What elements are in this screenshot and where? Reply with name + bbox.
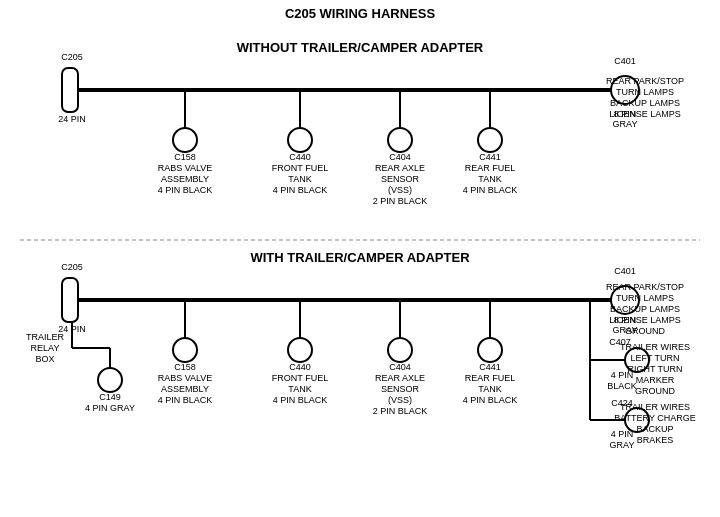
s2-c149-pin: 4 PIN GRAY	[85, 403, 135, 413]
s2-left-id: C205	[61, 262, 83, 272]
s1-c441-d2: TANK	[478, 174, 501, 184]
s2-right-color: GRAY	[613, 325, 638, 335]
s1-c440-d3: 4 PIN BLACK	[273, 185, 328, 195]
s2-c404-d4: 2 PIN BLACK	[373, 406, 428, 416]
s2-c440-d3: 4 PIN BLACK	[273, 395, 328, 405]
s2-right-pin: 8 PIN	[614, 315, 637, 325]
s1-right-pin: 8 PIN	[614, 109, 637, 119]
s2-c149-id: C149	[99, 392, 121, 402]
s1-c440-d2: TANK	[288, 174, 311, 184]
s2-relay-label1: TRAILER	[26, 332, 65, 342]
svg-rect-13	[62, 278, 78, 322]
s1-c404-d4: 2 PIN BLACK	[373, 196, 428, 206]
s2-c158-d3: 4 PIN BLACK	[158, 395, 213, 405]
s2-c441-d3: 4 PIN BLACK	[463, 395, 518, 405]
s2-right-desc1: REAR PARK/STOP	[606, 282, 684, 292]
s1-c441-id: C441	[479, 152, 501, 162]
s1-c404-d2: SENSOR	[381, 174, 420, 184]
s2-c158-d2: ASSEMBLY	[161, 384, 209, 394]
s2-c158-d1: RABS VALVE	[158, 373, 213, 383]
svg-point-6	[288, 128, 312, 152]
s2-c407-d1: TRAILER WIRES	[620, 342, 690, 352]
section1-label: WITHOUT TRAILER/CAMPER ADAPTER	[237, 40, 484, 55]
page-title: C205 WIRING HARNESS	[285, 6, 436, 21]
s2-c441-d2: TANK	[478, 384, 501, 394]
s1-c441-d3: 4 PIN BLACK	[463, 185, 518, 195]
diagram-container: C205 WIRING HARNESS WITHOUT TRAILER/CAMP…	[0, 0, 720, 517]
s2-c440-d2: TANK	[288, 384, 311, 394]
s2-c407-pin2: BLACK	[607, 381, 637, 391]
svg-point-10	[478, 128, 502, 152]
s1-right-desc1: REAR PARK/STOP	[606, 76, 684, 86]
s1-c440-id: C440	[289, 152, 311, 162]
s2-c404-id: C404	[389, 362, 411, 372]
s1-left-id: C205	[61, 52, 83, 62]
svg-point-24	[388, 338, 412, 362]
s2-right-desc2: TURN LAMPS	[616, 293, 674, 303]
svg-point-17	[98, 368, 122, 392]
s2-c407-pin1: 4 PIN	[611, 370, 634, 380]
s2-c440-d1: FRONT FUEL	[272, 373, 328, 383]
svg-point-8	[388, 128, 412, 152]
s1-c158-d1: RABS VALVE	[158, 163, 213, 173]
s2-c407-d3: RIGHT TURN	[627, 364, 682, 374]
s2-c424-d3: BACKUP	[636, 424, 673, 434]
s1-c441-d1: REAR FUEL	[465, 163, 516, 173]
s2-right-id: C401	[614, 266, 636, 276]
svg-point-4	[173, 128, 197, 152]
svg-point-26	[478, 338, 502, 362]
s1-c158-d3: 4 PIN BLACK	[158, 185, 213, 195]
s2-right-desc3: BACKUP LAMPS	[610, 304, 680, 314]
s2-c404-d2: SENSOR	[381, 384, 420, 394]
s1-c440-d1: FRONT FUEL	[272, 163, 328, 173]
s2-c424-d1: TRAILER WIRES	[620, 402, 690, 412]
s1-left-pin: 24 PIN	[58, 114, 86, 124]
s2-c407-d5: GROUND	[635, 386, 675, 396]
s2-c404-d3: (VSS)	[388, 395, 412, 405]
svg-rect-1	[62, 68, 78, 112]
s1-c158-id: C158	[174, 152, 196, 162]
s1-c404-d3: (VSS)	[388, 185, 412, 195]
s2-relay-label3: BOX	[35, 354, 54, 364]
s2-c424-d4: BRAKES	[637, 435, 674, 445]
s1-c404-id: C404	[389, 152, 411, 162]
s2-c440-id: C440	[289, 362, 311, 372]
s2-c424-d2: BATTERY CHARGE	[614, 413, 696, 423]
s1-right-id: C401	[614, 56, 636, 66]
svg-point-20	[173, 338, 197, 362]
s2-c424-pin1: 4 PIN	[611, 429, 634, 439]
s1-right-desc3: BACKUP LAMPS	[610, 98, 680, 108]
s2-c441-id: C441	[479, 362, 501, 372]
s1-right-color: GRAY	[613, 119, 638, 129]
s2-c158-id: C158	[174, 362, 196, 372]
s2-c404-d1: REAR AXLE	[375, 373, 425, 383]
s2-c441-d1: REAR FUEL	[465, 373, 516, 383]
s1-c158-d2: ASSEMBLY	[161, 174, 209, 184]
s1-right-desc2: TURN LAMPS	[616, 87, 674, 97]
svg-point-22	[288, 338, 312, 362]
s2-c407-d2: LEFT TURN	[630, 353, 679, 363]
s1-c404-d1: REAR AXLE	[375, 163, 425, 173]
s2-c407-d4: MARKER	[636, 375, 675, 385]
section2-label: WITH TRAILER/CAMPER ADAPTER	[250, 250, 470, 265]
s2-relay-label2: RELAY	[31, 343, 60, 353]
s2-c424-pin2: GRAY	[610, 440, 635, 450]
